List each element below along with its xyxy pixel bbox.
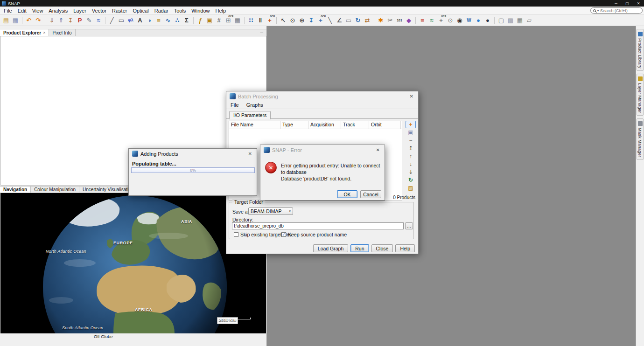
menu-window[interactable]: Window xyxy=(189,7,212,14)
text-tool-icon[interactable]: A xyxy=(136,16,144,25)
close-dialog-button[interactable]: Close xyxy=(371,244,393,252)
error-dialog-titlebar[interactable]: SNAP - Error ✕ xyxy=(260,145,385,155)
zoom-all-icon[interactable]: ⊙ xyxy=(446,16,455,25)
add-products-button[interactable]: + xyxy=(406,121,416,128)
menu-file[interactable]: File xyxy=(1,7,15,14)
menu-edit[interactable]: Edit xyxy=(15,7,29,14)
menu-vector[interactable]: Vector xyxy=(89,7,109,14)
spectrum-view-icon[interactable]: W xyxy=(465,16,473,25)
spectra-icon[interactable]: ≈ xyxy=(427,16,436,25)
tab-navigation[interactable]: Navigation xyxy=(0,187,31,193)
menu-analysis[interactable]: Analysis xyxy=(46,7,70,14)
data-matrix-icon[interactable]: ‖ xyxy=(256,16,265,25)
column-type[interactable]: Type xyxy=(280,121,308,129)
menu-optical[interactable]: Optical xyxy=(130,7,151,14)
save-as-select[interactable]: BEAM-DIMAP ▾ xyxy=(248,208,293,215)
layout-cascade-icon[interactable]: ▱ xyxy=(525,16,533,25)
column-file-name[interactable]: File Name xyxy=(229,121,280,129)
close-icon[interactable]: ✕ xyxy=(247,151,253,156)
close-button[interactable]: ✕ xyxy=(633,0,644,7)
tile-grid-icon[interactable]: # xyxy=(215,16,223,25)
tab-colour-manipulation[interactable]: Colour Manipulation xyxy=(31,187,79,193)
undo-icon[interactable]: ↶ xyxy=(25,16,33,25)
batch-dialog-titlebar[interactable]: Batch Processing ✕ xyxy=(226,91,418,101)
range-finder-icon[interactable]: ╲ xyxy=(326,16,334,25)
pin-manager-icon[interactable]: ∷ xyxy=(247,16,255,25)
export-product-icon[interactable]: ⇑ xyxy=(57,16,65,25)
binary-mask-icon[interactable]: 101 xyxy=(395,16,404,25)
save-product-icon[interactable]: ▦ xyxy=(11,16,20,25)
session-edit-icon[interactable]: ✎ xyxy=(85,16,93,25)
profile-plot-icon[interactable]: ∿ xyxy=(164,16,172,25)
band-stack-icon[interactable]: ≡ xyxy=(418,16,427,25)
open-product-icon[interactable]: ▤ xyxy=(2,16,10,25)
close-icon[interactable]: ✕ xyxy=(375,147,381,152)
scatter-plot-icon[interactable]: ∴ xyxy=(173,16,182,25)
band-maths-icon[interactable]: ƒ xyxy=(196,16,204,25)
draw-rectangle-icon[interactable]: ▭ xyxy=(117,16,126,25)
export-image-icon[interactable]: ↧ xyxy=(66,16,75,25)
tab-product-explorer[interactable]: Product Explorer × xyxy=(0,29,49,36)
select-rectangle-icon[interactable]: ▭ xyxy=(344,16,353,25)
selection-tool-icon[interactable]: ↖ xyxy=(279,16,287,25)
run-button[interactable]: Run xyxy=(350,244,369,252)
redo-icon[interactable]: ↷ xyxy=(34,16,42,25)
gcp-insert-icon[interactable]: + GCP xyxy=(437,16,445,25)
move-bottom-button[interactable]: ↧ xyxy=(406,168,416,176)
magic-wand-icon[interactable]: ◆ xyxy=(405,16,413,25)
draw-line-icon[interactable]: ╱ xyxy=(108,16,116,25)
layout-grid-icon[interactable]: ▦ xyxy=(516,16,524,25)
magnifier-plus-icon[interactable]: ⊕ xyxy=(298,16,306,25)
subset-icon[interactable]: ▣ xyxy=(205,16,214,25)
zoom-tool-icon[interactable]: ⊙ xyxy=(288,16,297,25)
tab-io-parameters[interactable]: I/O Parameters xyxy=(229,111,271,119)
scissors-icon[interactable]: ✂ xyxy=(386,16,394,25)
import-product-icon[interactable]: ⇓ xyxy=(48,16,56,25)
panel-minimize-icon[interactable]: ─ xyxy=(257,29,266,36)
mosaic-icon[interactable]: ▦ xyxy=(233,16,242,25)
menu-layer[interactable]: Layer xyxy=(70,7,89,14)
remove-product-button[interactable]: − xyxy=(406,137,416,144)
search-input[interactable] xyxy=(600,8,640,13)
statistics-icon[interactable]: Σ xyxy=(182,16,191,25)
close-icon[interactable]: ✕ xyxy=(408,94,415,99)
rotate-view-icon[interactable]: ↻ xyxy=(354,16,362,25)
pin-tool-icon[interactable]: ↧ xyxy=(307,16,315,25)
paste-products-button[interactable]: ▣ xyxy=(406,129,416,136)
world-night-icon[interactable]: ● xyxy=(483,16,492,25)
move-down-button[interactable]: ↓ xyxy=(406,160,416,168)
keep-source-name-checkbox[interactable]: ✓ Keep source product name xyxy=(281,232,347,237)
gcp-grid-icon[interactable]: ⊞ GCP xyxy=(224,16,232,25)
clear-list-button[interactable]: ▨ xyxy=(406,184,416,192)
move-up-button[interactable]: ↑ xyxy=(406,152,416,160)
batch-menu-file[interactable]: File xyxy=(231,102,239,108)
ok-button[interactable]: OK xyxy=(337,190,357,198)
cancel-button[interactable]: Cancel xyxy=(360,190,381,198)
browse-button[interactable]: ... xyxy=(405,222,413,229)
column-orbit[interactable]: Orbit xyxy=(369,121,401,129)
dock-tab-product-library[interactable]: Product Library xyxy=(637,29,644,71)
layout-single-icon[interactable]: ▢ xyxy=(497,16,505,25)
maximize-button[interactable]: ▢ xyxy=(622,0,633,7)
menu-tools[interactable]: Tools xyxy=(171,7,189,14)
tab-pixel-info[interactable]: Pixel Info xyxy=(49,29,75,36)
column-track[interactable]: Track xyxy=(341,121,369,129)
column-acquisition[interactable]: Acquisition xyxy=(308,121,341,129)
visibility-icon[interactable]: ◉ xyxy=(455,16,464,25)
search-box[interactable]: ▾ xyxy=(590,7,643,14)
metadata-icon[interactable]: ≡ xyxy=(154,16,163,25)
geo-coding-icon[interactable]: φλ xyxy=(126,16,135,25)
world-map-icon[interactable]: ● xyxy=(474,16,483,25)
flare-icon[interactable]: ✱ xyxy=(377,16,385,25)
menu-view[interactable]: View xyxy=(29,7,46,14)
tab-close-icon[interactable]: × xyxy=(43,30,45,35)
dock-tab-layer-manager[interactable]: Layer Manager xyxy=(637,74,644,116)
dock-tab-mask-manager[interactable]: Mask Manager xyxy=(637,118,644,160)
adding-dialog-titlebar[interactable]: Adding Products ✕ xyxy=(129,149,257,159)
minimize-button[interactable]: ─ xyxy=(610,0,622,7)
gcp-tool-icon[interactable]: + GCP xyxy=(316,16,325,25)
export-pdf-icon[interactable]: P xyxy=(76,16,84,25)
menu-help[interactable]: Help xyxy=(212,7,229,14)
load-graph-button[interactable]: Load Graph xyxy=(313,244,348,252)
batch-menu-graphs[interactable]: Graphs xyxy=(246,102,263,108)
